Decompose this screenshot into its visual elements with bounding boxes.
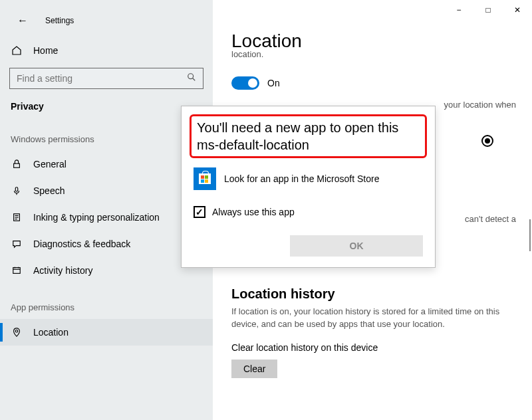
sidebar-item-label: Speech	[33, 185, 65, 196]
clear-history-label: Clear location history on this device	[231, 342, 519, 353]
popup-title-line2: ms-default-location	[197, 136, 420, 154]
sidebar-item-label: Diagnostics & feedback	[33, 239, 130, 249]
search-icon	[187, 72, 196, 84]
search-box[interactable]	[9, 68, 203, 89]
clear-button[interactable]: Clear	[231, 360, 277, 378]
back-icon[interactable]: ←	[17, 15, 28, 27]
app-title: Settings	[45, 16, 74, 25]
minimize-button[interactable]: −	[444, 0, 473, 20]
clipboard-icon	[11, 213, 23, 222]
maximize-button[interactable]: □	[473, 0, 503, 20]
location-toggle-row: On	[231, 76, 519, 90]
sidebar-item-label: General	[33, 159, 66, 169]
svg-rect-3	[15, 187, 18, 191]
svg-line-1	[193, 78, 196, 81]
caption-buttons: − □ ✕	[444, 0, 532, 20]
lock-icon	[11, 159, 23, 169]
home-icon	[11, 45, 23, 56]
svg-point-12	[15, 330, 18, 333]
always-use-row: ✓ Always use this app	[194, 206, 423, 218]
svg-rect-2	[14, 163, 20, 167]
scrollbar[interactable]	[529, 219, 531, 251]
home-label: Home	[33, 45, 58, 56]
titlebar-left: ← Settings	[0, 11, 213, 31]
sidebar-item-label: Location	[33, 327, 68, 338]
radio-option[interactable]	[481, 135, 493, 147]
store-label: Look for an app in the Microsoft Store	[224, 173, 379, 184]
truncated-text: location.	[231, 49, 519, 59]
nav-home[interactable]: Home	[0, 39, 213, 62]
search-input[interactable]	[17, 73, 187, 84]
always-use-label: Always use this app	[212, 207, 295, 217]
location-icon	[11, 328, 23, 337]
history-icon	[11, 266, 23, 275]
toggle-label: On	[267, 78, 280, 88]
popup-highlight: You'll need a new app to open this ms-de…	[190, 114, 427, 158]
history-desc: If location is on, your location history…	[231, 306, 519, 330]
ms-store-icon	[194, 167, 216, 190]
location-toggle[interactable]	[231, 76, 259, 90]
always-use-checkbox[interactable]: ✓	[194, 206, 205, 218]
store-option[interactable]: Look for an app in the Microsoft Store	[194, 167, 423, 190]
svg-rect-8	[13, 268, 21, 274]
sidebar-item-label: Inking & typing personalization	[33, 212, 160, 223]
location-history-title: Location history	[231, 286, 519, 302]
ok-button[interactable]: OK	[290, 235, 423, 257]
popup-title-line1: You'll need a new app to open this	[197, 119, 420, 136]
svg-point-0	[188, 74, 194, 79]
sidebar-item-label: Activity history	[33, 265, 92, 276]
feedback-icon	[11, 239, 23, 249]
heading-app-permissions: App permissions	[0, 284, 213, 319]
close-button[interactable]: ✕	[503, 0, 532, 20]
mic-icon	[11, 186, 23, 195]
app-picker-popup: You'll need a new app to open this ms-de…	[181, 106, 436, 268]
sidebar-item-location[interactable]: Location	[0, 319, 213, 346]
settings-window: ← Settings Home Privacy Windows permissi…	[0, 0, 532, 420]
